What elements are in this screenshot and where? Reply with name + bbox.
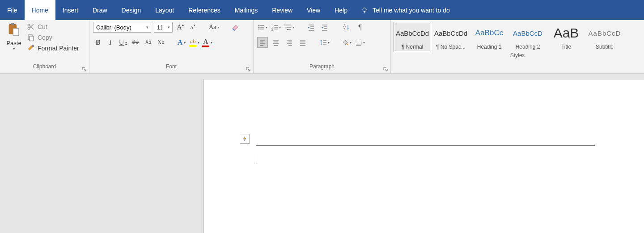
style-name-label: Subtitle [596, 44, 614, 52]
font-dialog-launcher[interactable] [245, 66, 251, 72]
align-center-button[interactable] [271, 37, 281, 48]
svg-point-15 [284, 25, 285, 25]
bold-button[interactable]: B [93, 37, 103, 48]
svg-rect-3 [13, 29, 19, 36]
style-heading-1[interactable]: AaBbCcHeading 1 [470, 22, 508, 52]
bullets-button[interactable]: ▾ [257, 22, 268, 33]
align-left-icon [259, 39, 266, 46]
borders-button[interactable]: ▾ [355, 37, 365, 48]
numbering-button[interactable]: 123▾ [271, 22, 281, 33]
indent-icon [321, 24, 328, 31]
font-name-input[interactable] [93, 22, 144, 32]
document-page[interactable] [203, 79, 644, 233]
subscript-button[interactable]: X2 [143, 37, 153, 48]
svg-point-11 [258, 29, 260, 30]
outdent-icon [308, 24, 315, 31]
paragraph-dialog-launcher[interactable] [382, 66, 389, 72]
paste-button[interactable]: Paste ▾ [4, 22, 24, 63]
text-cursor [256, 154, 256, 163]
align-left-button[interactable] [257, 37, 268, 48]
svg-rect-8 [32, 45, 34, 47]
style-title[interactable]: AaBTitle [547, 22, 585, 52]
paste-dropdown[interactable]: ▾ [13, 46, 15, 51]
italic-button[interactable]: I [106, 37, 115, 48]
style-sample: AaBbCcDd [396, 22, 429, 44]
menu-bar: FileHomeInsertDrawDesignLayoutReferences… [0, 0, 644, 20]
font-size-combo[interactable]: ▾ [154, 22, 173, 33]
multilevel-list-button[interactable]: ▾ [284, 22, 295, 33]
group-paragraph: ▾ 123▾ ▾ [254, 20, 391, 73]
multilevel-list-icon [284, 24, 292, 31]
autocorrect-options-button[interactable] [240, 134, 250, 144]
number-list-icon: 123 [271, 24, 278, 31]
increase-indent-button[interactable] [319, 22, 330, 33]
tab-file[interactable]: File [0, 0, 25, 20]
decrease-indent-button[interactable] [306, 22, 317, 33]
copy-button[interactable]: Copy [27, 33, 79, 42]
align-center-icon [272, 39, 280, 46]
group-font: ▾ ▾ A▴ A▾ Aa B I [89, 20, 254, 73]
style--no-spac-[interactable]: AaBbCcDd¶ No Spac... [432, 22, 470, 52]
svg-rect-21 [356, 40, 361, 45]
style-name-label: ¶ Normal [402, 44, 423, 52]
highlight-color-button[interactable]: ab [189, 37, 199, 48]
tab-help[interactable]: Help [327, 0, 355, 20]
group-paragraph-label: Paragraph [309, 63, 335, 70]
svg-text:A: A [343, 24, 346, 27]
shrink-font-button[interactable]: A▾ [188, 22, 198, 33]
style-sample: AaBbCcDd [434, 22, 467, 44]
sort-button[interactable]: AZ [341, 22, 352, 33]
show-hide-marks-button[interactable]: ¶ [355, 22, 365, 33]
svg-point-17 [287, 29, 288, 30]
group-clipboard-label: Clipboard [33, 63, 56, 70]
style-subtitle[interactable]: AaBbCcDSubtitle [586, 22, 623, 52]
font-size-dropdown[interactable]: ▾ [165, 25, 172, 29]
document-canvas [0, 74, 644, 233]
bullet-list-icon [258, 24, 265, 31]
svg-point-9 [258, 25, 260, 26]
tab-layout[interactable]: Layout [148, 0, 181, 20]
strikethrough-button[interactable]: abc [131, 37, 140, 48]
borders-icon [355, 39, 362, 46]
svg-rect-7 [30, 36, 34, 41]
tab-mailings[interactable]: Mailings [228, 0, 265, 20]
font-name-combo[interactable]: ▾ [93, 22, 151, 33]
sort-icon: AZ [343, 24, 350, 31]
style-sample: AaBbCcD [589, 22, 621, 44]
style-heading-2[interactable]: AaBbCcDHeading 2 [509, 22, 547, 52]
tab-view[interactable]: View [300, 0, 327, 20]
tab-references[interactable]: References [181, 0, 228, 20]
justify-button[interactable] [297, 37, 308, 48]
font-name-dropdown[interactable]: ▾ [144, 25, 151, 29]
tell-me-search[interactable]: Tell me what you want to do [361, 0, 450, 20]
superscript-button[interactable]: X2 [156, 37, 165, 48]
cut-button[interactable]: Cut [27, 23, 79, 31]
line-spacing-button[interactable]: ▾ [319, 37, 330, 48]
text-effects-button[interactable]: A [177, 37, 186, 48]
clipboard-icon [7, 23, 21, 39]
svg-text:Z: Z [343, 28, 346, 31]
tab-review[interactable]: Review [265, 0, 300, 20]
style--normal[interactable]: AaBbCcDd¶ Normal [394, 22, 431, 52]
change-case-button[interactable]: Aa [209, 22, 219, 33]
align-right-icon [286, 39, 293, 46]
font-color-button[interactable]: A [202, 37, 212, 48]
paint-bucket-icon [342, 39, 349, 46]
align-right-button[interactable] [284, 37, 295, 48]
font-size-input[interactable] [154, 22, 165, 32]
grow-font-button[interactable]: A▴ [175, 22, 185, 33]
tab-draw[interactable]: Draw [85, 0, 114, 20]
underline-button[interactable]: U [118, 37, 128, 48]
shading-button[interactable]: ▾ [341, 37, 352, 48]
tab-home[interactable]: Home [25, 0, 55, 20]
lightbulb-icon [361, 7, 368, 14]
svg-rect-2 [11, 23, 14, 25]
clear-formatting-button[interactable] [230, 22, 240, 33]
tab-insert[interactable]: Insert [55, 0, 85, 20]
paintbrush-icon [27, 44, 35, 52]
clipboard-dialog-launcher[interactable] [81, 66, 87, 72]
tab-design[interactable]: Design [114, 0, 148, 20]
eraser-icon [231, 23, 239, 31]
style-sample: AaBbCc [475, 22, 503, 44]
format-painter-button[interactable]: Format Painter [27, 44, 79, 52]
